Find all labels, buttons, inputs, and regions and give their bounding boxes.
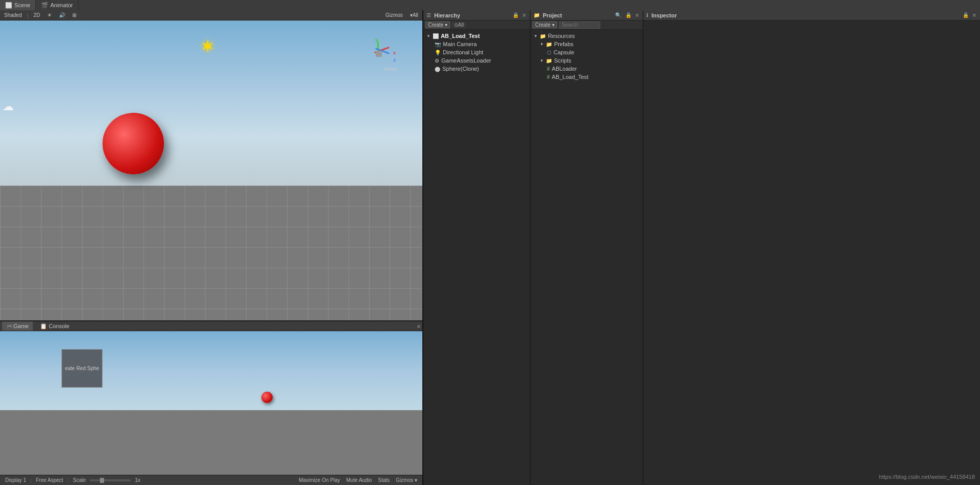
resources-arrow: ▼ [534,34,538,38]
shading-dropdown[interactable]: Shaded [2,12,24,18]
hierarchy-item-sphere[interactable]: ⬤ Sphere(Clone) [423,65,530,73]
mute-audio[interactable]: Mute Audio [344,477,374,483]
project-menu[interactable]: ≡ [635,12,640,18]
aspect-dropdown[interactable]: Free Aspect [34,477,65,483]
inspector-header: ℹ Inspector 🔒 ≡ [643,10,980,21]
game-canvas: eate Red Sphe [0,331,422,475]
display-dropdown[interactable]: Display 1 [3,477,28,483]
gizmos-game[interactable]: Gizmos ▾ [394,477,419,483]
resources-folder-icon: 📁 [540,33,546,39]
scene-icon: ⬜ [5,2,12,9]
hierarchy-item-light[interactable]: 💡 Directional Light [423,48,530,56]
project-item-resources[interactable]: ▼ 📁 Resources [530,32,643,40]
create-red-sphere-button[interactable]: eate Red Sphe [62,349,103,388]
mode-toggle[interactable]: 2D [31,12,42,18]
project-search-icon[interactable]: 🔍 [614,12,622,18]
tab-game[interactable]: 🎮 Game [2,321,33,331]
project-content: ▼ 📁 Resources ▼ 📁 Prefabs ⬡ Capsule ▼ 📁 … [530,30,643,485]
console-label: Console [49,323,69,329]
sun-icon: ✶ [200,36,215,57]
tab-scene[interactable]: ⬜ Scene [0,0,36,10]
gizmo-persp-label: Persp [384,67,397,72]
root-label: AB_Load_Test [441,33,480,39]
abloadtest-label: AB_Load_Test [552,74,589,80]
sphere-object[interactable] [103,113,164,174]
inspector-title: Inspector [651,12,677,18]
scale-value: 1x [133,477,142,483]
inspector-icon: ℹ [646,12,648,18]
maximize-on-play[interactable]: Maximize On Play [297,477,342,483]
project-item-abloadtest[interactable]: # AB_Load_Test [530,73,643,81]
scene-canvas: ✶ ☁ x y z Persp [0,21,422,320]
sphere-label: Sphere(Clone) [442,66,479,72]
scene-view: Shaded | 2D ☀ 🔊 ⊞ Gizmos ▾All ✶ ☁ [0,10,423,321]
project-create-btn[interactable]: Create ▾ [533,22,557,28]
game-tab-label: Game [13,323,29,329]
project-item-scripts[interactable]: ▼ 📁 Scripts [530,56,643,65]
scene-icon3[interactable]: ⊞ [70,12,78,18]
main-layout: Shaded | 2D ☀ 🔊 ⊞ Gizmos ▾All ✶ ☁ [0,10,980,485]
sphere-icon: ⬤ [435,66,440,72]
scene-icon-toolbar[interactable]: ☀ [45,12,54,18]
scale-label: Scale [71,477,88,483]
hierarchy-lock[interactable]: 🔒 [512,12,520,18]
hierarchy-panel: ☰ Hierarchy 🔒 ≡ Create ▾ ⊙All ▼ ⬜ AB_Loa… [423,10,530,485]
hierarchy-all-tag[interactable]: ⊙All [452,22,466,28]
hierarchy-header: ☰ Hierarchy 🔒 ≡ [423,10,530,21]
gizmos-dropdown[interactable]: Gizmos [383,12,405,18]
inspector-lock[interactable]: 🔒 [962,12,970,18]
game-view: 🎮 Game 📋 Console ≡ eate Red Sphe [0,321,423,485]
root-scene-icon: ⬜ [433,33,439,39]
gizmo-z-label: z [394,57,396,63]
abloadtest-cs-icon: # [547,74,550,80]
inspector-controls: 🔒 ≡ [962,12,977,18]
game-panel-menu[interactable]: ≡ [417,324,420,329]
resources-label: Resources [548,33,575,39]
light-icon: 💡 [435,50,441,55]
inspector-panel: ℹ Inspector 🔒 ≡ [643,10,980,485]
project-lock[interactable]: 🔒 [624,12,632,18]
prefabs-arrow: ▼ [540,42,544,47]
hierarchy-menu[interactable]: ≡ [522,12,527,18]
gizmo-widget[interactable]: x y z Persp [361,36,397,72]
scripts-folder-icon: 📁 [546,58,552,64]
capsule-prefab-icon: ⬡ [547,50,552,55]
camera-label: Main Camera [443,41,477,47]
project-search-input[interactable] [559,22,600,29]
console-icon: 📋 [40,323,47,329]
project-icon: 📁 [534,12,540,18]
hierarchy-toolbar: Create ▾ ⊙All [423,21,530,30]
scale-area: 1x [90,477,142,483]
scene-icon2[interactable]: 🔊 [57,12,67,18]
root-arrow: ▼ [426,34,431,38]
scripts-label: Scripts [554,57,571,64]
all-dropdown[interactable]: ▾All [408,12,420,18]
stats[interactable]: Stats [376,477,392,483]
tab-animator[interactable]: 🎬 Animator [36,0,78,10]
project-title: Project [543,12,562,18]
project-item-capsule[interactable]: ⬡ Capsule [530,48,643,56]
tab-scene-label: Scene [14,2,30,8]
watermark: https://blog.csdn.net/weixin_44158418 [879,474,975,480]
inspector-menu[interactable]: ≡ [972,12,977,18]
game-ground [0,410,422,475]
hierarchy-item-loader[interactable]: ⚙ GameAssetsLoader [423,56,530,65]
small-sphere-game [261,392,273,403]
top-bar: ⬜ Scene 🎬 Animator [0,0,980,10]
prefabs-folder-icon: 📁 [546,42,552,47]
gizmo-center [376,51,382,57]
project-header: 📁 Project 🔍 🔒 ≡ [530,10,643,21]
tab-console[interactable]: 📋 Console [36,323,73,330]
light-label: Directional Light [443,49,483,55]
hierarchy-item-root[interactable]: ▼ ⬜ AB_Load_Test [423,32,530,40]
project-item-abloader[interactable]: # ABLoader [530,65,643,73]
scale-slider[interactable] [90,479,131,481]
left-panel: Shaded | 2D ☀ 🔊 ⊞ Gizmos ▾All ✶ ☁ [0,10,423,485]
capsule-label: Capsule [554,49,574,55]
hierarchy-create-btn[interactable]: Create ▾ [425,22,450,28]
abloader-cs-icon: # [547,66,550,72]
project-item-prefabs[interactable]: ▼ 📁 Prefabs [530,40,643,48]
hierarchy-item-camera[interactable]: 📷 Main Camera [423,40,530,48]
create-sphere-label: eate Red Sphe [65,366,99,371]
gameobject-icon: ⚙ [435,58,439,64]
